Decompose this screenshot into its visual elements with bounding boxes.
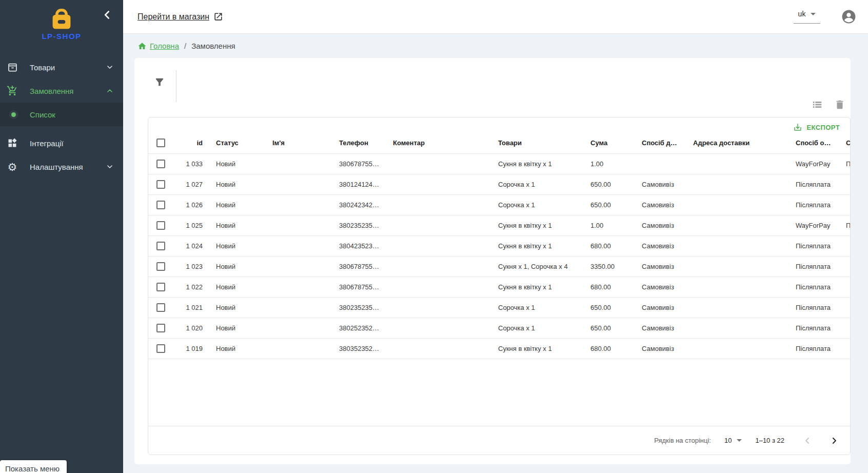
column-header-payment[interactable]: Спосіб оплати bbox=[785, 133, 837, 153]
sidebar-item-label: Налаштування bbox=[30, 163, 106, 171]
column-header-id[interactable]: id bbox=[170, 133, 206, 153]
cell-id: 1 022 bbox=[170, 277, 206, 297]
cell-sum: 3350.00 bbox=[580, 256, 632, 277]
column-header-name[interactable]: Ім'я bbox=[262, 133, 329, 153]
chevron-down-icon bbox=[106, 63, 114, 71]
column-header-delivery[interactable]: Спосіб доставки bbox=[632, 133, 683, 153]
export-button[interactable]: ЕКСПОРТ bbox=[790, 121, 843, 134]
column-header-phone[interactable]: Телефон bbox=[329, 133, 383, 153]
row-checkbox[interactable] bbox=[156, 201, 165, 209]
filter-divider bbox=[176, 70, 176, 102]
show-menu-tooltip: Показать меню bbox=[0, 460, 67, 473]
row-checkbox[interactable] bbox=[156, 262, 165, 271]
cell-status: Новий bbox=[206, 256, 262, 277]
rows-per-page-select[interactable]: 10 bbox=[724, 437, 742, 444]
column-header-address[interactable]: Адреса доставки bbox=[683, 133, 785, 153]
cell-address bbox=[683, 194, 785, 215]
external-link-icon bbox=[213, 12, 223, 22]
caret-down-icon bbox=[737, 439, 742, 442]
sidebar-item-list[interactable]: Список bbox=[0, 103, 123, 126]
cell-name bbox=[262, 256, 329, 277]
row-checkbox[interactable] bbox=[156, 344, 165, 353]
cell-pay-status bbox=[837, 277, 851, 297]
columns-list-icon[interactable] bbox=[812, 99, 823, 110]
cell-comment bbox=[383, 235, 488, 256]
sidebar-item-products[interactable]: Товари bbox=[0, 55, 123, 79]
table-row[interactable]: 1 023 Новий 380678755722 Сукня x 1, Соро… bbox=[148, 256, 851, 277]
sidebar-collapse-icon[interactable] bbox=[101, 8, 114, 22]
sidebar-item-label: Інтеграції bbox=[30, 139, 114, 148]
cell-sum: 650.00 bbox=[580, 174, 632, 194]
go-to-store-label: Перейти в магазин bbox=[137, 12, 209, 22]
column-header-pay-status[interactable]: С bbox=[837, 133, 851, 153]
download-icon bbox=[793, 123, 802, 132]
cell-delivery: Самовивіз bbox=[632, 297, 683, 318]
rows-per-page-label: Рядків на сторінці: bbox=[654, 437, 711, 444]
cell-payment: Післяплата bbox=[785, 297, 837, 318]
filter-icon[interactable] bbox=[154, 76, 165, 88]
row-checkbox[interactable] bbox=[156, 160, 165, 168]
cell-goods: Сукня в квітку x 1 bbox=[488, 215, 580, 235]
table-row[interactable]: 1 021 Новий 380235235235 Сорочка x 1 650… bbox=[148, 297, 851, 318]
cell-id: 1 023 bbox=[170, 256, 206, 277]
table-row[interactable]: 1 020 Новий 380252352352 Сорочка x 1 650… bbox=[148, 318, 851, 338]
row-checkbox[interactable] bbox=[156, 180, 165, 189]
cell-name bbox=[262, 174, 329, 194]
row-checkbox[interactable] bbox=[156, 324, 165, 332]
go-to-store-link[interactable]: Перейти в магазин bbox=[137, 12, 223, 22]
cell-id: 1 027 bbox=[170, 174, 206, 194]
cell-comment bbox=[383, 174, 488, 194]
chevron-right-icon bbox=[829, 436, 839, 446]
row-checkbox[interactable] bbox=[156, 303, 165, 312]
cell-comment bbox=[383, 297, 488, 318]
breadcrumb-current: Замовлення bbox=[191, 42, 235, 50]
gear-icon: ⚙ bbox=[6, 161, 18, 173]
cell-comment bbox=[383, 153, 488, 174]
cell-payment: Післяплата bbox=[785, 256, 837, 277]
table-row[interactable]: 1 027 Новий 380124124124 Сорочка x 1 650… bbox=[148, 174, 851, 194]
cell-goods: Сорочка x 1 bbox=[488, 194, 580, 215]
table-row[interactable]: 1 026 Новий 380242342342 Сорочка x 1 650… bbox=[148, 194, 851, 215]
cell-status: Новий bbox=[206, 338, 262, 359]
widgets-icon bbox=[6, 137, 18, 149]
sidebar-item-orders[interactable]: Замовлення bbox=[0, 79, 123, 103]
table-row[interactable]: 1 022 Новий 380678755765 Сукня в квітку … bbox=[148, 277, 851, 297]
table-row[interactable]: 1 033 Новий 380678755765 Сукня в квітку … bbox=[148, 153, 851, 174]
column-header-comment[interactable]: Коментар bbox=[383, 133, 488, 153]
export-label: ЕКСПОРТ bbox=[806, 124, 840, 131]
row-checkbox[interactable] bbox=[156, 283, 165, 291]
user-avatar[interactable] bbox=[841, 9, 857, 25]
cell-address bbox=[683, 277, 785, 297]
language-select[interactable]: uk bbox=[794, 10, 820, 24]
cell-id: 1 026 bbox=[170, 194, 206, 215]
select-all-checkbox[interactable] bbox=[156, 139, 165, 147]
caret-down-icon bbox=[811, 13, 816, 15]
row-checkbox[interactable] bbox=[156, 221, 165, 230]
breadcrumb-home-link[interactable]: Головна bbox=[137, 42, 179, 51]
cell-id: 1 024 bbox=[170, 235, 206, 256]
cell-pay-status: П bbox=[837, 153, 851, 174]
column-header-goods[interactable]: Товари bbox=[488, 133, 580, 153]
table-header-row: id Статус Ім'я Телефон Коментар Товари С… bbox=[148, 133, 851, 153]
cell-goods: Сорочка x 1 bbox=[488, 297, 580, 318]
sidebar-item-label: Товари bbox=[30, 63, 106, 72]
next-page-button[interactable] bbox=[827, 434, 841, 447]
column-header-sum[interactable]: Сума bbox=[580, 133, 632, 153]
cell-address bbox=[683, 338, 785, 359]
cell-status: Новий bbox=[206, 215, 262, 235]
sidebar-menu: Товари Замовлення Список bbox=[0, 55, 123, 179]
cell-pay-status bbox=[837, 297, 851, 318]
table-row[interactable]: 1 019 Новий 380352352353 Сукня в квітку … bbox=[148, 338, 851, 359]
cell-sum: 650.00 bbox=[580, 318, 632, 338]
cell-status: Новий bbox=[206, 277, 262, 297]
table-row[interactable]: 1 025 Новий 380235235235 Сукня в квітку … bbox=[148, 215, 851, 235]
column-header-status[interactable]: Статус bbox=[206, 133, 262, 153]
previous-page-button[interactable] bbox=[801, 434, 814, 447]
trash-icon[interactable] bbox=[834, 99, 845, 110]
sidebar-item-settings[interactable]: ⚙ Налаштування bbox=[0, 155, 123, 179]
cell-name bbox=[262, 235, 329, 256]
cell-delivery: Самовивіз bbox=[632, 235, 683, 256]
row-checkbox[interactable] bbox=[156, 242, 165, 250]
sidebar-item-integrations[interactable]: Інтеграції bbox=[0, 131, 123, 155]
table-row[interactable]: 1 024 Новий 380423523523 Сукня в квітку … bbox=[148, 235, 851, 256]
